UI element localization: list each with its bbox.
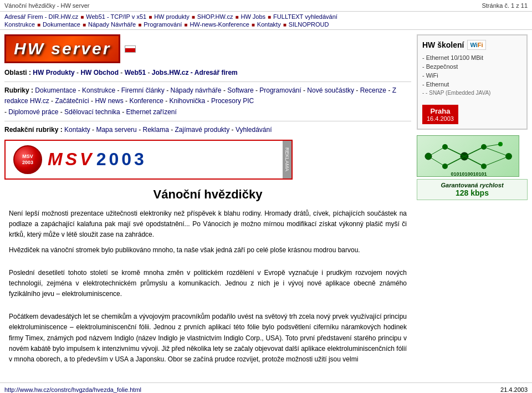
- rubrika-konference[interactable]: Konference: [129, 97, 163, 105]
- article-p2: Hvězdiček na vánoční stromek bylo publik…: [9, 245, 407, 256]
- nav-link-kontakty[interactable]: Kontakty: [257, 21, 281, 28]
- oblasti-link-jobshw[interactable]: Jobs.HW.cz - Adresář firem: [152, 69, 238, 76]
- rubrika-novedily[interactable]: Nové součástky: [307, 86, 354, 94]
- logo-flag: [125, 45, 136, 53]
- divider-2: [4, 121, 411, 121]
- page-title-right: Stránka č. 1 z 11: [482, 2, 528, 9]
- nav-link-napady[interactable]: Nápady Návrháře: [88, 21, 136, 28]
- rubrika-dokumentace[interactable]: Dokumentace: [35, 86, 76, 94]
- logo-area: HW server: [4, 34, 411, 63]
- rubrika-konstrukce[interactable]: Konstrukce: [82, 86, 115, 94]
- rubrika-sdelovaci[interactable]: Sdělovací technika: [64, 108, 120, 116]
- nav-link-dokumentace[interactable]: Dokumentace: [43, 21, 80, 28]
- redakcni-mapa[interactable]: Mapa serveru: [96, 126, 136, 134]
- redakcni-vyhledavani[interactable]: Vyhledávání: [236, 126, 272, 134]
- nav-link-programovani[interactable]: Programování: [144, 21, 182, 28]
- rubrika-napady[interactable]: Nápady návrháře: [170, 86, 221, 94]
- rubrika-software[interactable]: Software: [227, 86, 253, 94]
- footer: http://www.hw.cz/constrc/hvgzda/hvezda_f…: [0, 382, 532, 393]
- nav-sep: ■: [283, 22, 287, 28]
- article-section: Vánoční hvězdičky Není lepší možnosti pr…: [4, 187, 411, 365]
- nav-row-1: Adresář Firem - DIR.HW.cz ■ Web51 - TCP/…: [4, 13, 528, 20]
- right-column: HW školení WiFi Ethernet 10/100 MBit Bez…: [417, 34, 528, 369]
- rubriky-section: Rubriky : Dokumentace - Konstrukce - Fir…: [4, 85, 411, 118]
- hw-server-logo: HW server: [14, 39, 111, 58]
- redakcni-kontakty[interactable]: Kontakty: [64, 126, 90, 134]
- footer-left: http://www.hw.cz/constrc/hvgzda/hvezda_f…: [4, 386, 209, 393]
- nav-link-hwprod[interactable]: HW produkty: [154, 13, 190, 20]
- nav-row-2: Konstrukce ■ Dokumentace ■ Nápady Návrhá…: [4, 21, 528, 28]
- rubrika-firemnick[interactable]: Firemní články: [121, 86, 165, 94]
- nav-sep: ■: [149, 14, 152, 20]
- nav-link-adresal[interactable]: Adresář Firem - DIR.HW.cz: [4, 13, 78, 20]
- nav-bar: Adresář Firem - DIR.HW.cz ■ Web51 - TCP/…: [0, 11, 532, 30]
- nav-link-web51[interactable]: Web51 - TCP/IP v x51: [86, 13, 146, 20]
- rubrika-hwnews[interactable]: HW news: [95, 97, 123, 105]
- nav-sep: ■: [268, 14, 271, 20]
- skoleni-item-snap: - SNAP (Embedded JAVA): [422, 89, 522, 97]
- nav-link-konstrukce[interactable]: Konstrukce: [4, 21, 35, 28]
- svg-line-16: [484, 144, 500, 147]
- rubrika-programovani[interactable]: Programování: [259, 86, 301, 94]
- svg-line-9: [428, 156, 445, 166]
- svg-line-11: [445, 156, 464, 166]
- redakcni-section: Redakční rubriky : Kontakty - Mapa serve…: [4, 125, 411, 135]
- oblasti-label: Oblasti :: [4, 69, 31, 76]
- nav-sep: ■: [37, 22, 40, 28]
- article-p4: Počátkem devadesátých let se chemikům a …: [9, 312, 407, 365]
- nav-sep: ■: [252, 22, 255, 28]
- svg-text:0101010010101: 0101010010101: [451, 171, 487, 177]
- hw-skoleni-title: HW školení WiFi: [422, 40, 522, 50]
- rubrika-diplomove[interactable]: Diplomové práce: [8, 108, 58, 116]
- svg-line-13: [464, 156, 484, 166]
- skoleni-item-wifi: WiFi: [422, 71, 522, 80]
- svg-line-14: [484, 147, 509, 156]
- oblasti-link-hwprod[interactable]: HW Produkty: [33, 69, 74, 76]
- article-title: Vánoční hvězdičky: [9, 187, 407, 202]
- main-content: HW server Oblasti : HW Produkty - HW Obc…: [0, 30, 532, 374]
- msv-circle-logo: MSV2003: [13, 145, 42, 174]
- nav-sep: ■: [80, 14, 84, 20]
- nav-link-fulltext[interactable]: FULLTEXT vyhledávání: [273, 13, 337, 20]
- article-p3: Poslední desetiletí tohoto století se kr…: [9, 268, 407, 300]
- nav-link-shop[interactable]: SHOP.HW.cz: [197, 13, 233, 20]
- footer-date: 21.4.2003: [500, 386, 528, 393]
- rubrika-knihovnicka[interactable]: Knihovnička: [169, 97, 205, 105]
- redakcni-reklama[interactable]: Reklama: [142, 126, 168, 134]
- skoleni-item-ethernut: Ethernut: [422, 80, 522, 89]
- skoleni-item-bezpecnost: Bezpečnost: [422, 62, 522, 71]
- left-column: HW server Oblasti : HW Produkty - HW Obc…: [4, 34, 411, 369]
- skoleni-item-ethernet: Ethernet 10/100 MBit: [422, 53, 522, 62]
- speed-banner-area: 0101010010101 Garantovaná rychlost 128 k…: [417, 135, 528, 200]
- rubrika-zacatecnici[interactable]: Začátečníci: [55, 97, 89, 105]
- reklama-label: REKLAMA: [283, 141, 291, 178]
- network-svg: 0101010010101: [417, 136, 519, 177]
- rubrika-ethernet[interactable]: Ethernet zařízení: [126, 108, 176, 116]
- footer-url[interactable]: http://www.hw.cz/constrc/hvgzda/hvezda_f…: [4, 386, 141, 393]
- prague-info: Praha 16.4.2003: [422, 101, 522, 124]
- msv-title: MSV 2003: [48, 149, 147, 170]
- divider-1: [4, 81, 411, 82]
- rubrika-pic[interactable]: Procesory PIC: [211, 97, 254, 105]
- nav-link-hwnews[interactable]: HW-news-Konference: [190, 21, 249, 28]
- oblasti-section: Oblasti : HW Produkty - HW Obchod - Web5…: [4, 68, 411, 78]
- msv-year: 2003: [96, 149, 147, 169]
- redakcni-zajimave[interactable]: Zajímavé produkty: [175, 126, 230, 134]
- speed-info: Garantovaná rychlost 128 kbps: [417, 179, 528, 200]
- rubrika-recenze[interactable]: Recenze: [360, 86, 386, 94]
- speed-value: 128 kbps: [420, 188, 525, 197]
- top-header: Vánoční hvězdičky - HW server Stránka č.…: [0, 0, 532, 11]
- wifi-badge: WiFi: [467, 40, 485, 50]
- page-title-left: Vánoční hvězdičky - HW server: [4, 2, 89, 9]
- nav-link-jobs[interactable]: HW Jobs: [241, 13, 265, 20]
- svg-line-15: [484, 156, 509, 166]
- nav-link-silnoproud[interactable]: SILNOPROUD: [289, 21, 329, 28]
- redakcni-label: Redakční rubriky :: [4, 126, 63, 134]
- oblasti-link-hwobch[interactable]: HW Obchod: [80, 69, 119, 76]
- svg-line-12: [464, 147, 484, 156]
- nav-sep: ■: [192, 14, 195, 20]
- oblasti-link-web51[interactable]: Web51: [125, 69, 146, 76]
- hw-skoleni-box: HW školení WiFi Ethernet 10/100 MBit Bez…: [417, 34, 528, 130]
- network-graphic: 0101010010101: [417, 135, 519, 177]
- rubriky-label: Rubriky :: [4, 86, 33, 94]
